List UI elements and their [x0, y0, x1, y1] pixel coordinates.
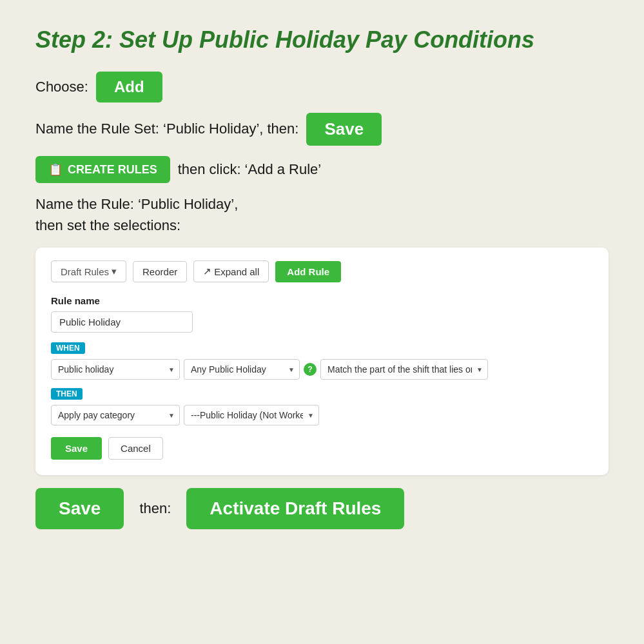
add-button[interactable]: Add — [96, 72, 162, 102]
when-row: Public holiday Any Public Holiday ? Matc… — [51, 359, 593, 380]
choose-line: Choose: Add — [35, 72, 609, 102]
rule-name-input[interactable] — [51, 311, 193, 333]
page-container: Step 2: Set Up Public Holiday Pay Condit… — [0, 0, 644, 644]
draft-rules-button[interactable]: Draft Rules ▾ — [51, 260, 126, 282]
when-dropdown2[interactable]: Any Public Holiday — [184, 359, 300, 380]
bottom-save-button[interactable]: Save — [35, 488, 124, 529]
draft-rules-chevron-icon: ▾ — [112, 266, 117, 277]
bottom-then-text: then: — [139, 500, 171, 517]
then-dropdown1[interactable]: Apply pay category — [51, 405, 180, 425]
then-row: Apply pay category ---Public Holiday (No… — [51, 405, 593, 425]
when-dropdown3-wrapper: Match the part of the shift that lies on… — [320, 359, 488, 380]
card-actions: Save Cancel — [51, 437, 593, 460]
card-toolbar: Draft Rules ▾ Reorder ↗ Expand all Add R… — [51, 260, 593, 282]
then-badge: THEN — [51, 388, 83, 400]
add-rule-button[interactable]: Add Rule — [275, 261, 341, 282]
when-dropdown1-wrapper: Public holiday — [51, 359, 180, 380]
when-dropdown3[interactable]: Match the part of the shift that lies on… — [320, 359, 488, 380]
when-badge: WHEN — [51, 342, 85, 354]
bottom-actions: Save then: Activate Draft Rules — [35, 488, 609, 529]
reorder-button[interactable]: Reorder — [133, 261, 187, 282]
card-cancel-button[interactable]: Cancel — [108, 437, 163, 460]
info-icon[interactable]: ? — [304, 363, 317, 376]
name-rule-block: Name the Rule: ‘Public Holiday’, then se… — [35, 193, 609, 236]
notebook-icon: 📋 — [48, 162, 63, 177]
rule-name-label: Rule name — [51, 295, 593, 306]
activate-draft-rules-button[interactable]: Activate Draft Rules — [186, 488, 404, 529]
draft-rules-label: Draft Rules — [61, 266, 109, 277]
name-rule-line2: then set the selections: — [35, 215, 609, 236]
then-dropdown2[interactable]: ---Public Holiday (Not Worked) — [184, 405, 319, 425]
name-rule-line1: Name the Rule: ‘Public Holiday’, — [35, 193, 609, 215]
create-rules-label: CREATE RULES — [68, 163, 157, 177]
expand-all-label: Expand all — [214, 266, 259, 277]
rules-card: Draft Rules ▾ Reorder ↗ Expand all Add R… — [35, 248, 609, 475]
then-dropdown2-wrapper: ---Public Holiday (Not Worked) — [184, 405, 319, 425]
card-save-button[interactable]: Save — [51, 437, 102, 460]
when-dropdown1[interactable]: Public holiday — [51, 359, 180, 380]
expand-icon: ↗ — [203, 266, 211, 277]
then-dropdown1-wrapper: Apply pay category — [51, 405, 180, 425]
save-inline-button[interactable]: Save — [306, 113, 382, 146]
when-dropdown2-wrapper: Any Public Holiday — [184, 359, 300, 380]
name-rule-set-text: Name the Rule Set: ‘Public Holiday’, the… — [35, 119, 298, 139]
expand-all-button[interactable]: ↗ Expand all — [193, 260, 269, 282]
choose-label: Choose: — [35, 77, 88, 97]
then-click-text: then click: ‘Add a Rule’ — [178, 160, 322, 180]
create-rules-button[interactable]: 📋 CREATE RULES — [35, 156, 170, 183]
create-rules-line: 📋 CREATE RULES then click: ‘Add a Rule’ — [35, 156, 609, 183]
name-rule-set-line: Name the Rule Set: ‘Public Holiday’, the… — [35, 113, 609, 146]
page-title: Step 2: Set Up Public Holiday Pay Condit… — [35, 26, 609, 54]
